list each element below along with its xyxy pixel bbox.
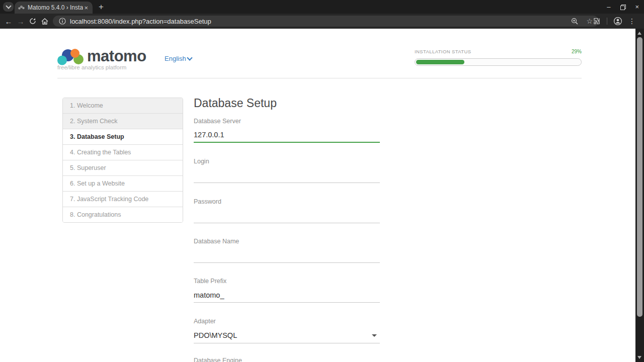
field-table-prefix: Table Prefix [194,278,380,303]
field-adapter: Adapter PDO\MYSQL [194,318,380,343]
field-label: Login [194,158,380,165]
bookmark-star-icon[interactable]: ☆ [586,17,593,25]
matomo-logo: matomo [57,47,146,65]
sidebar-step-congratulations[interactable]: 8. Congratulations [63,207,183,222]
scrollbar-up-icon[interactable] [637,32,641,35]
sidebar-step-superuser[interactable]: 5. Superuser [63,160,183,176]
browser-tab[interactable]: Matomo 5.4.0 › Installa × [15,2,93,14]
adapter-select[interactable]: PDO\MYSQL [194,328,380,343]
toolbar-separator [607,18,607,25]
omnibox-actions: ☆ [571,17,593,25]
screen: Matomo 5.4.0 › Installa × + – × ← → [0,0,644,362]
logo-wordmark: matomo [87,48,146,65]
progress-track [415,58,582,66]
database-name-input[interactable] [194,248,380,263]
installation-progress: INSTALLATION STATUS 29% [415,49,582,66]
progress-percent: 29% [572,49,582,54]
address-bar[interactable]: localhost:8080/index.php?action=database… [53,16,599,27]
field-label: Password [194,198,380,205]
home-icon[interactable] [39,14,50,29]
new-tab-button[interactable]: + [96,2,107,13]
tab-title: Matomo 5.4.0 › Installa [28,4,83,11]
chevron-down-icon [6,3,11,9]
language-label: English [165,55,186,62]
profile-avatar-icon[interactable] [613,17,622,26]
window-restore-icon[interactable] [620,5,625,9]
window-close-icon[interactable]: × [635,3,639,11]
progress-fill [416,60,464,64]
tab-close-icon[interactable]: × [83,5,89,11]
back-icon[interactable]: ← [3,14,14,29]
password-input[interactable] [194,208,380,223]
chevron-down-icon [187,55,192,60]
sidebar-step-setup-website[interactable]: 6. Set up a Website [63,176,183,192]
window-minimize-icon[interactable]: – [607,3,610,11]
browser-menu-icon[interactable]: ⋮ [628,17,635,25]
scrollbar-down-icon[interactable] [637,356,641,359]
field-login: Login [194,158,380,183]
sidebar-step-creating-tables[interactable]: 4. Creating the Tables [63,145,183,160]
field-password: Password [194,198,380,223]
field-database-engine: Database Engine [194,357,380,362]
matomo-logo-icon [57,47,84,65]
page-title: Database Setup [194,97,277,110]
header-divider [57,78,582,78]
window-controls: – × [607,0,639,14]
scrollbar-thumb[interactable] [637,37,642,317]
sidebar-step-system-check[interactable]: 2. System Check [63,114,183,129]
database-server-input[interactable] [194,128,380,143]
sidebar-step-js-tracking[interactable]: 7. JavaScript Tracking Code [63,192,183,207]
tab-search-button[interactable] [3,2,14,12]
url-text[interactable]: localhost:8080/index.php?action=database… [70,18,211,25]
site-info-icon[interactable] [59,18,66,25]
field-label: Database Name [194,238,380,245]
dropdown-caret-icon [372,334,377,337]
field-label: Adapter [194,318,380,325]
browser-chrome: Matomo 5.4.0 › Installa × + – × ← → [0,0,644,29]
reload-icon[interactable] [27,14,38,29]
zoom-icon[interactable] [571,18,579,25]
field-database-server: Database Server [194,118,380,143]
extensions-icon[interactable] [593,17,601,25]
field-label: Database Server [194,118,380,125]
field-database-name: Database Name [194,238,380,263]
field-label: Table Prefix [194,278,380,285]
installation-steps-sidebar: 1. Welcome 2. System Check 3. Database S… [62,98,183,223]
progress-label: INSTALLATION STATUS [415,49,471,54]
tab-strip: Matomo 5.4.0 › Installa × + – × [0,0,644,14]
sidebar-step-database-setup[interactable]: 3. Database Setup [63,129,183,145]
language-selector[interactable]: English [165,55,192,62]
login-input[interactable] [194,168,380,183]
adapter-selected-value: PDO\MYSQL [194,331,237,339]
browser-toolbar: ← → localhost:8080/index.php?action=data… [0,14,644,29]
toolbar-right: ⋮ [593,14,635,29]
logo-tagline: free/libre analytics platform [57,64,126,70]
sidebar-step-welcome[interactable]: 1. Welcome [63,98,183,114]
table-prefix-input[interactable] [194,288,380,303]
field-label: Database Engine [194,357,380,362]
forward-icon[interactable]: → [15,14,26,29]
matomo-favicon-icon [18,5,25,10]
page-scrollbar[interactable] [635,29,644,362]
